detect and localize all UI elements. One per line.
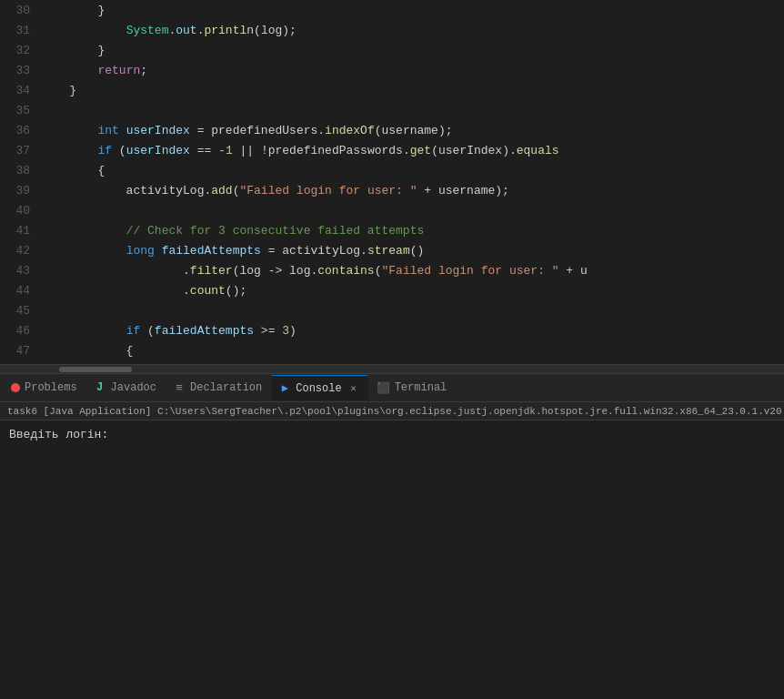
line-num-41: 41 (0, 224, 41, 238)
line-num-47: 47 (0, 344, 41, 358)
code-line-40: 40 (0, 200, 784, 220)
code-line-31: 31 System.out.println(log); (0, 20, 784, 40)
line-num-31: 31 (0, 24, 41, 37)
tab-console-label: Console (296, 382, 341, 395)
line-content-34: } (41, 84, 76, 97)
code-line-37: 37 if (userIndex == -1 || !predefinedPas… (0, 140, 784, 160)
console-prompt-text: Введіть логін: (9, 428, 108, 441)
line-num-39: 39 (0, 184, 41, 198)
line-num-36: 36 (0, 124, 41, 137)
line-num-37: 37 (0, 144, 41, 157)
line-content-31: System.out.println(log); (41, 24, 297, 37)
code-lines: 30 } 31 System.out.println(log); 32 } 33… (0, 0, 784, 360)
line-num-33: 33 (0, 64, 41, 77)
console-output[interactable]: Введіть логін: (0, 420, 784, 699)
code-line-42: 42 long failedAttempts = activityLog.str… (0, 240, 784, 260)
tab-terminal-label: Terminal (395, 381, 447, 394)
code-line-35: 35 (0, 100, 784, 120)
line-content-39: activityLog.add("Failed login for user: … (41, 184, 509, 198)
path-bar: task6 [Java Application] C:\Users\SergTe… (0, 402, 784, 420)
line-num-44: 44 (0, 284, 41, 298)
horizontal-scrollbar-thumb[interactable] (59, 367, 132, 372)
code-line-41: 41 // Check for 3 consecutive failed att… (0, 220, 784, 240)
line-num-30: 30 (0, 4, 41, 17)
line-content-43: .filter(log -> log.contains("Failed logi… (41, 264, 588, 278)
declaration-icon: ≡ (173, 381, 186, 394)
tab-console[interactable]: ▶ Console ✕ (271, 375, 367, 400)
horizontal-scrollbar-area (0, 364, 784, 373)
tab-javadoc-label: Javadoc (111, 381, 156, 394)
code-line-44: 44 .count(); (0, 280, 784, 300)
line-num-42: 42 (0, 244, 41, 258)
line-content-36: int userIndex = predefinedUsers.indexOf(… (41, 124, 453, 137)
terminal-icon: ⬛ (377, 381, 390, 394)
line-num-38: 38 (0, 164, 41, 177)
code-line-30: 30 } (0, 0, 784, 20)
console-icon: ▶ (278, 382, 291, 395)
code-line-38: 38 { (0, 160, 784, 180)
code-line-39: 39 activityLog.add("Failed login for use… (0, 180, 784, 200)
tab-declaration[interactable]: ≡ Declaration (166, 375, 269, 400)
line-num-43: 43 (0, 264, 41, 278)
tab-problems-label: Problems (25, 381, 77, 394)
line-num-35: 35 (0, 104, 41, 117)
code-line-36: 36 int userIndex = predefinedUsers.index… (0, 120, 784, 140)
code-line-33: 33 return; (0, 60, 784, 80)
line-content-44: .count(); (41, 284, 246, 298)
tab-problems[interactable]: Problems (4, 375, 85, 400)
line-num-45: 45 (0, 304, 41, 318)
tab-declaration-label: Declaration (190, 381, 262, 394)
line-num-46: 46 (0, 324, 41, 338)
line-content-47: { (41, 344, 133, 358)
tab-terminal[interactable]: ⬛ Terminal (370, 375, 455, 400)
javadoc-icon: J (94, 381, 106, 394)
code-line-43: 43 .filter(log -> log.contains("Failed l… (0, 260, 784, 280)
line-num-32: 32 (0, 44, 41, 57)
line-content-42: long failedAttempts = activityLog.stream… (41, 244, 424, 258)
line-num-40: 40 (0, 204, 41, 218)
line-content-41: // Check for 3 consecutive failed attemp… (41, 224, 424, 238)
line-num-34: 34 (0, 84, 41, 97)
code-editor: 30 } 31 System.out.println(log); 32 } 33… (0, 0, 784, 364)
line-content-32: } (41, 44, 105, 57)
line-content-30: } (41, 4, 105, 17)
tab-javadoc[interactable]: J Javadoc (86, 375, 164, 400)
main-layout: 30 } 31 System.out.println(log); 32 } 33… (0, 0, 784, 699)
console-close-button[interactable]: ✕ (347, 381, 361, 396)
code-line-45: 45 (0, 300, 784, 320)
line-content-35 (41, 104, 48, 117)
tab-bar: Problems J Javadoc ≡ Declaration ▶ Conso… (0, 373, 784, 402)
line-content-37: if (userIndex == -1 || !predefinedPasswo… (41, 144, 559, 157)
line-content-46: if (failedAttempts >= 3) (41, 324, 297, 338)
line-content-38: { (41, 164, 105, 177)
code-line-32: 32 } (0, 40, 784, 60)
line-content-33: return; (41, 64, 147, 77)
code-line-46: 46 if (failedAttempts >= 3) (0, 320, 784, 340)
code-line-47: 47 { (0, 340, 784, 360)
line-content-40 (41, 204, 48, 218)
path-bar-text: task6 [Java Application] C:\Users\SergTe… (7, 406, 782, 417)
line-content-45 (41, 304, 48, 318)
problems-icon (11, 383, 20, 392)
code-line-34: 34 } (0, 80, 784, 100)
